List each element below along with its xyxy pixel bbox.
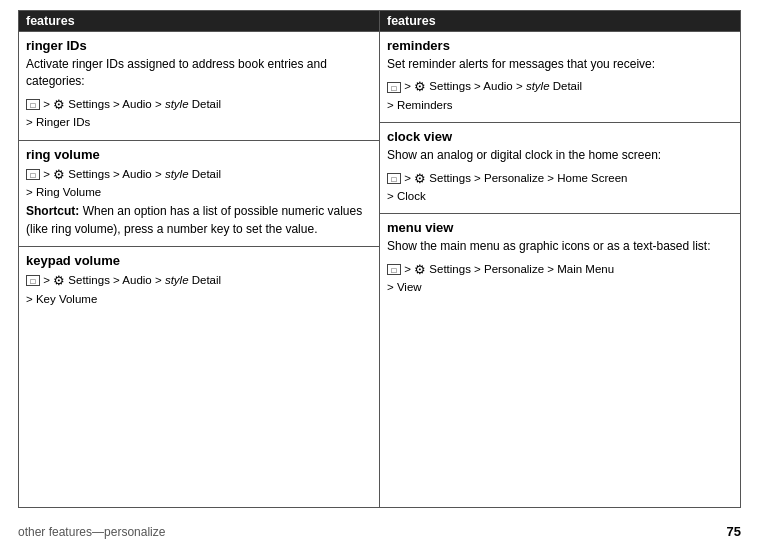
menu-view-nav: □ > ⚙ Settings > Personalize > Main Menu…: [387, 260, 733, 297]
left-header-cell: features: [19, 11, 379, 32]
gear-icon-1: ⚙: [53, 97, 65, 112]
menu-view-cell: menu view Show the main menu as graphic …: [380, 214, 740, 304]
ring-volume-body: ring volume □ > ⚙ Settings > Audio > sty…: [19, 141, 379, 247]
gt2: >: [43, 167, 53, 179]
ring-volume-path2: > Ring Volume: [26, 186, 101, 198]
left-column: features ringer IDs Activate ringer IDs …: [18, 10, 380, 508]
clock-view-desc: Show an analog or digital clock in the h…: [387, 147, 733, 164]
menu-box-icon-3: □: [26, 275, 40, 286]
keypad-volume-body: keypad volume □ > ⚙ Settings > Audio > s…: [19, 247, 379, 316]
menu-view-body: menu view Show the main menu as graphic …: [380, 214, 740, 304]
ring-volume-title: ring volume: [26, 147, 372, 162]
ringer-ids-nav: □ > ⚙ Settings > Audio > style Detail > …: [26, 95, 372, 132]
clock-view-body: clock view Show an analog or digital clo…: [380, 123, 740, 213]
menu-view-desc: Show the main menu as graphic icons or a…: [387, 238, 733, 255]
footer-left: other features—personalize: [18, 525, 165, 539]
footer: other features—personalize 75: [0, 518, 759, 547]
ring-volume-shortcut: Shortcut: When an option has a list of p…: [26, 203, 372, 238]
keypad-volume-title: keypad volume: [26, 253, 372, 268]
left-header: features: [19, 11, 379, 31]
settings-label-3: Settings > Audio > style Detail: [68, 274, 221, 286]
ringer-ids-cell: ringer IDs Activate ringer IDs assigned …: [19, 32, 379, 141]
menu-box-icon-6: □: [387, 264, 401, 275]
keypad-volume-path2: > Key Volume: [26, 293, 97, 305]
gt5: >: [404, 171, 414, 183]
settings-label-5: Settings > Personalize > Home Screen: [429, 171, 627, 183]
gear-icon-2: ⚙: [53, 167, 65, 182]
gear-icon-4: ⚙: [414, 79, 426, 94]
ring-volume-cell: ring volume □ > ⚙ Settings > Audio > sty…: [19, 141, 379, 248]
clock-view-cell: clock view Show an analog or digital clo…: [380, 123, 740, 214]
keypad-volume-nav: □ > ⚙ Settings > Audio > style Detail > …: [26, 271, 372, 308]
menu-box-icon-4: □: [387, 82, 401, 93]
ringer-ids-body: ringer IDs Activate ringer IDs assigned …: [19, 32, 379, 140]
menu-view-path2: > View: [387, 281, 422, 293]
reminders-nav: □ > ⚙ Settings > Audio > style Detail > …: [387, 77, 733, 114]
clock-view-nav: □ > ⚙ Settings > Personalize > Home Scre…: [387, 169, 733, 206]
clock-view-path2: > Clock: [387, 190, 426, 202]
reminders-title: reminders: [387, 38, 733, 53]
gt4: >: [404, 80, 414, 92]
settings-label-6: Settings > Personalize > Main Menu: [429, 262, 614, 274]
ring-volume-nav: □ > ⚙ Settings > Audio > style Detail > …: [26, 165, 372, 202]
clock-view-title: clock view: [387, 129, 733, 144]
menu-box-icon-2: □: [26, 169, 40, 180]
main-content: features ringer IDs Activate ringer IDs …: [0, 0, 759, 518]
ringer-ids-desc: Activate ringer IDs assigned to address …: [26, 56, 372, 91]
reminders-cell: reminders Set reminder alerts for messag…: [380, 32, 740, 123]
reminders-path2: > Reminders: [387, 99, 453, 111]
right-header-cell: features: [380, 11, 740, 32]
reminders-desc: Set reminder alerts for messages that yo…: [387, 56, 733, 73]
gt3: >: [43, 274, 53, 286]
keypad-volume-cell: keypad volume □ > ⚙ Settings > Audio > s…: [19, 247, 379, 316]
gt1: >: [43, 98, 53, 110]
gear-icon-6: ⚙: [414, 262, 426, 277]
reminders-body: reminders Set reminder alerts for messag…: [380, 32, 740, 122]
right-column: features reminders Set reminder alerts f…: [380, 10, 741, 508]
right-header: features: [380, 11, 740, 31]
gear-icon-5: ⚙: [414, 171, 426, 186]
ringer-ids-path2: > Ringer IDs: [26, 116, 90, 128]
shortcut-label: Shortcut:: [26, 204, 79, 218]
ringer-ids-title: ringer IDs: [26, 38, 372, 53]
settings-label-2: Settings > Audio > style Detail: [68, 167, 221, 179]
footer-right: 75: [727, 524, 741, 539]
settings-label-4: Settings > Audio > style Detail: [429, 80, 582, 92]
menu-box-icon-5: □: [387, 173, 401, 184]
gt6: >: [404, 262, 414, 274]
gear-icon-3: ⚙: [53, 273, 65, 288]
menu-box-icon: □: [26, 99, 40, 110]
menu-view-title: menu view: [387, 220, 733, 235]
settings-label-1: Settings > Audio > style Detail: [68, 98, 221, 110]
